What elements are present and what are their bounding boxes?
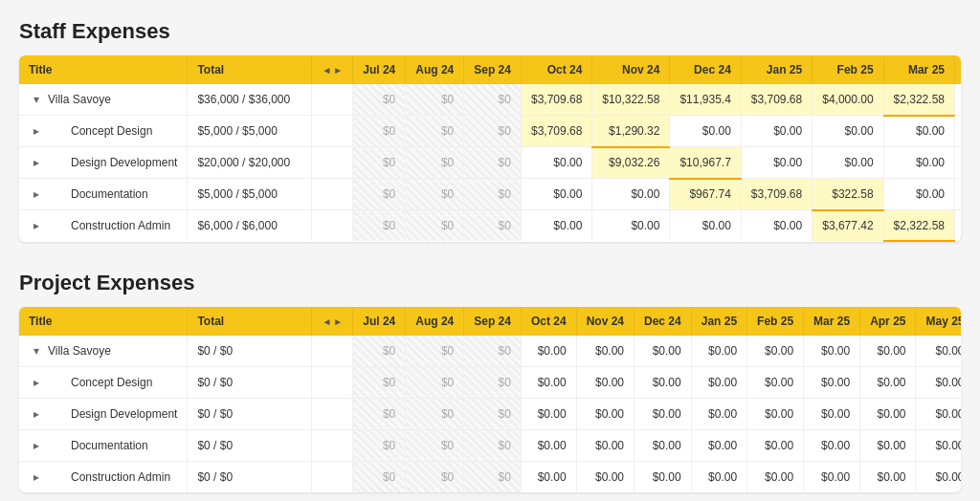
row-title-cell: ▾Villa Savoye	[19, 336, 188, 367]
row-total-cell: $36,000 / $36,000	[188, 84, 312, 116]
month-cell: $0	[353, 84, 406, 116]
month-cell: $0.00	[860, 367, 916, 399]
staff-expenses-table: Title Total ◄ ► Jul 24 Aug 24 Sep 24 Oct…	[19, 55, 961, 242]
staff-col-nav[interactable]: ◄ ►	[312, 55, 353, 84]
staff-col-feb25: Feb 25	[813, 55, 883, 84]
expand-icon[interactable]: ▸	[29, 186, 44, 202]
month-cell: $0	[406, 116, 464, 147]
row-nav-cell	[312, 336, 353, 367]
staff-col-apr25: Apr 25	[954, 55, 961, 84]
month-cell: $0.00	[954, 84, 961, 116]
month-cell: $3,709.68	[741, 179, 812, 210]
staff-expenses-section: Staff Expenses Title Total ◄ ► Jul 24 Au…	[19, 19, 961, 242]
month-cell: $967.74	[670, 179, 741, 210]
month-cell: $0	[353, 399, 406, 430]
month-cell: $1,290.32	[592, 116, 670, 147]
month-cell: $3,677.42	[813, 210, 883, 242]
month-cell: $0.00	[954, 147, 961, 179]
row-total-cell: $6,000 / $6,000	[188, 210, 312, 242]
month-cell: $0.00	[804, 336, 860, 367]
month-cell: $0	[353, 147, 406, 179]
expand-icon[interactable]: ▸	[29, 469, 44, 485]
row-total-cell: $0 / $0	[188, 462, 312, 493]
prev-arrow[interactable]: ◄	[322, 65, 331, 76]
staff-col-jan25: Jan 25	[741, 55, 812, 84]
proj-next-arrow[interactable]: ►	[333, 316, 343, 327]
month-cell: $0	[406, 147, 464, 179]
expand-icon[interactable]: ▸	[29, 406, 44, 422]
next-arrow[interactable]: ►	[333, 65, 343, 76]
month-cell: $0	[464, 179, 522, 210]
month-cell: $0	[406, 430, 464, 462]
month-cell: $0.00	[592, 210, 670, 242]
month-cell: $0.00	[576, 367, 634, 399]
project-expenses-table: Title Total ◄ ► Jul 24 Aug 24 Sep 24 Oct…	[19, 307, 961, 492]
month-cell: $0.00	[916, 367, 961, 399]
table-row: ▾Villa Savoye$0 / $0$0$0$0$0.00$0.00$0.0…	[19, 336, 961, 367]
row-total-cell: $0 / $0	[188, 367, 312, 399]
month-cell: $0.00	[521, 179, 591, 210]
proj-nav-arrows[interactable]: ◄ ►	[322, 316, 343, 327]
month-cell: $10,967.7	[670, 147, 741, 179]
month-cell: $0	[464, 462, 522, 493]
month-cell: $0.00	[747, 430, 804, 462]
month-cell: $0.00	[576, 336, 634, 367]
row-title-label: Construction Admin	[48, 470, 170, 484]
month-cell: $0	[353, 179, 406, 210]
month-cell: $3,709.68	[521, 84, 591, 116]
month-cell: $0.00	[860, 462, 916, 493]
month-cell: $0.00	[916, 462, 961, 493]
proj-prev-arrow[interactable]: ◄	[322, 316, 331, 327]
project-expenses-header: Title Total ◄ ► Jul 24 Aug 24 Sep 24 Oct…	[19, 307, 961, 336]
month-cell: $0.00	[883, 179, 954, 210]
month-cell: $0.00	[635, 336, 692, 367]
row-title-cell: ▸Concept Design	[19, 116, 188, 147]
expand-icon[interactable]: ▸	[29, 375, 44, 390]
expand-icon[interactable]: ▸	[29, 218, 44, 233]
month-cell: $2,322.58	[883, 210, 954, 242]
month-cell: $0.00	[521, 210, 591, 242]
month-cell: $0.00	[521, 462, 576, 493]
row-title-cell: ▸Construction Admin	[19, 210, 188, 242]
staff-col-jul24: Jul 24	[353, 55, 406, 84]
expand-icon[interactable]: ▸	[29, 123, 44, 139]
nav-arrows[interactable]: ◄ ►	[322, 65, 343, 76]
month-cell: $0	[406, 399, 464, 430]
staff-col-mar25: Mar 25	[883, 55, 954, 84]
collapse-icon[interactable]: ▾	[29, 343, 44, 359]
month-cell: $0	[406, 84, 464, 116]
month-cell: $4,000.00	[813, 84, 883, 116]
row-nav-cell	[312, 399, 353, 430]
month-cell: $0.00	[521, 399, 576, 430]
month-cell: $0	[406, 210, 464, 242]
month-cell: $0.00	[691, 336, 746, 367]
row-title-cell: ▸Documentation	[19, 179, 188, 210]
month-cell: $0.00	[860, 336, 916, 367]
month-cell: $0.00	[916, 336, 961, 367]
row-title-cell: ▸Design Development	[19, 147, 188, 179]
proj-col-oct24: Oct 24	[521, 307, 576, 336]
proj-col-jul24: Jul 24	[353, 307, 406, 336]
month-cell: $0.00	[521, 367, 576, 399]
month-cell: $0.00	[635, 462, 692, 493]
month-cell: $0.00	[691, 430, 746, 462]
month-cell: $0	[464, 430, 522, 462]
month-cell: $0	[464, 367, 522, 399]
month-cell: $0.00	[883, 116, 954, 147]
proj-col-nav[interactable]: ◄ ►	[312, 307, 353, 336]
row-nav-cell	[312, 116, 353, 147]
month-cell: $9,032.26	[592, 147, 670, 179]
month-cell: $0.00	[954, 210, 961, 242]
month-cell: $0	[464, 399, 522, 430]
expand-icon[interactable]: ▸	[29, 155, 44, 170]
month-cell: $0	[406, 462, 464, 493]
row-title-label: Design Development	[48, 156, 177, 169]
month-cell: $0	[464, 116, 522, 147]
month-cell: $10,322.58	[592, 84, 670, 116]
row-total-cell: $5,000 / $5,000	[188, 116, 312, 147]
expand-icon[interactable]: ▸	[29, 438, 44, 453]
staff-col-sep24: Sep 24	[464, 55, 522, 84]
collapse-icon[interactable]: ▾	[29, 92, 44, 107]
month-cell: $0	[464, 210, 522, 242]
row-title-label: Villa Savoye	[48, 93, 111, 106]
